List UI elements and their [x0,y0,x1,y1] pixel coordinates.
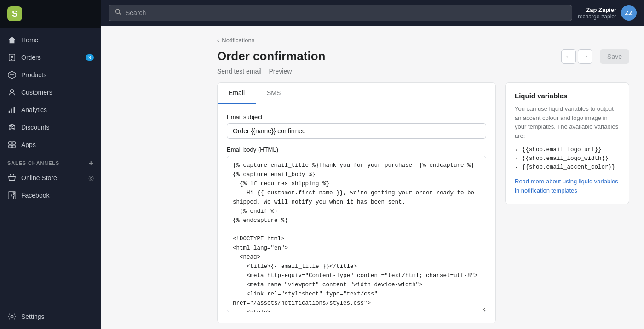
sidebar: S Home Orders 9 Products [0,0,101,329]
avatar: ZZ [621,5,637,21]
discounts-icon [7,123,17,132]
sidebar-item-customers[interactable]: Customers [0,84,101,101]
tab-sms[interactable]: SMS [256,83,292,104]
online-store-icon [7,173,17,182]
sidebar-item-home-label: Home [21,36,38,44]
sidebar-item-settings-label: Settings [21,313,45,320]
sidebar-item-discounts-label: Discounts [21,124,49,131]
products-icon [7,70,17,79]
search-bar[interactable] [109,5,572,21]
liquid-variables-description: You can use liquid variables to output a… [515,104,620,140]
liquid-variables-link[interactable]: Read more about using liquid variables i… [515,178,618,194]
svg-line-5 [8,73,12,75]
topbar-user[interactable]: Zap Zapier recharge-zapier ZZ [578,5,637,21]
main-content: ‹ Notifications Order confirmation ← → S… [202,26,644,329]
online-store-visibility-icon: ◎ [88,174,94,182]
svg-rect-15 [12,142,15,144]
sidebar-item-analytics-label: Analytics [21,106,47,113]
page-header-actions: ← → Save [561,49,629,64]
svg-rect-14 [9,142,12,144]
svg-rect-8 [9,111,10,113]
email-panel: Email SMS Email subject Email body (HTML… [217,82,496,323]
tab-email[interactable]: Email [218,83,256,104]
svg-point-7 [10,90,13,93]
sidebar-item-apps-label: Apps [21,141,36,148]
sidebar-item-orders-label: Orders [21,54,41,61]
sidebar-footer: Settings [0,304,101,329]
breadcrumb: ‹ Notifications [217,37,629,44]
liquid-variables-panel: Liquid variables You can use liquid vari… [505,82,629,204]
sidebar-item-customers-label: Customers [21,89,52,96]
save-button[interactable]: Save [600,49,629,64]
tab-actions: Send test email Preview [217,68,629,75]
svg-line-20 [119,13,121,15]
liquid-var-3: {{shop.email_accent_color}} [522,164,620,170]
body-label: Email body (HTML) [227,146,486,153]
sidebar-item-orders[interactable]: Orders 9 [0,49,101,66]
topbar-user-name: Zap Zapier [578,6,616,13]
sales-channels-section-label: SALES CHANNELS + [0,153,101,169]
topbar: Zap Zapier recharge-zapier ZZ [101,0,644,26]
page-header: Order confirmation ← → Save [217,49,629,64]
orders-icon [7,53,17,62]
liquid-variables-title: Liquid variables [515,92,620,100]
sidebar-item-facebook[interactable]: Facebook [0,187,101,204]
sidebar-item-products-label: Products [21,71,46,79]
analytics-icon [7,105,17,114]
email-body-textarea[interactable] [227,156,486,312]
svg-point-12 [12,128,14,130]
svg-rect-16 [9,145,12,148]
sidebar-item-facebook-label: Facebook [21,192,49,199]
header-nav-buttons: ← → [561,49,592,64]
svg-rect-10 [14,107,15,113]
page-title: Order confirmation [217,49,325,63]
sidebar-item-apps[interactable]: Apps [0,136,101,153]
settings-icon [7,312,17,321]
orders-badge: 9 [86,54,94,61]
subject-label: Email subject [227,113,486,120]
prev-button[interactable]: ← [561,49,576,64]
facebook-icon [7,191,17,200]
liquid-variables-list: {{shop.email_logo_url}} {{shop.email_log… [515,147,620,170]
preview-link[interactable]: Preview [269,68,292,75]
sidebar-item-online-store-label: Online Store [21,174,57,182]
apps-icon [7,140,17,149]
send-test-email-link[interactable]: Send test email [217,68,262,75]
svg-line-6 [12,73,16,75]
content-row: Email SMS Email subject Email body (HTML… [217,82,629,323]
sidebar-item-products[interactable]: Products [0,66,101,84]
liquid-var-1: {{shop.email_logo_url}} [522,147,620,153]
svg-rect-17 [12,145,15,148]
sidebar-item-home[interactable]: Home [0,31,101,49]
sidebar-header: S [0,0,101,28]
svg-point-11 [10,125,12,127]
search-icon [115,8,122,17]
home-icon [7,35,17,45]
svg-rect-9 [11,108,12,113]
search-input[interactable] [126,9,566,17]
next-button[interactable]: → [578,49,592,64]
svg-point-18 [11,315,13,318]
liquid-var-2: {{shop.email_logo_width}} [522,155,620,162]
tabs-bar: Email SMS [218,83,495,104]
topbar-user-sub: recharge-zapier [578,13,616,20]
breadcrumb-chevron: ‹ [217,37,219,44]
customers-icon [7,88,17,97]
svg-point-19 [115,9,120,13]
sidebar-nav: Home Orders 9 Products Customers [0,28,101,304]
topbar-user-info: Zap Zapier recharge-zapier [578,6,616,20]
shopify-logo-icon: S [7,6,22,21]
sidebar-item-discounts[interactable]: Discounts [0,119,101,136]
email-subject-input[interactable] [227,123,486,139]
sidebar-item-online-store[interactable]: Online Store ◎ [0,169,101,187]
sidebar-item-analytics[interactable]: Analytics [0,101,101,119]
breadcrumb-notifications-link[interactable]: Notifications [222,37,254,44]
add-sales-channel-button[interactable]: + [89,159,94,167]
sidebar-item-settings[interactable]: Settings [0,308,101,325]
email-form-body: Email subject Email body (HTML) [218,104,495,323]
